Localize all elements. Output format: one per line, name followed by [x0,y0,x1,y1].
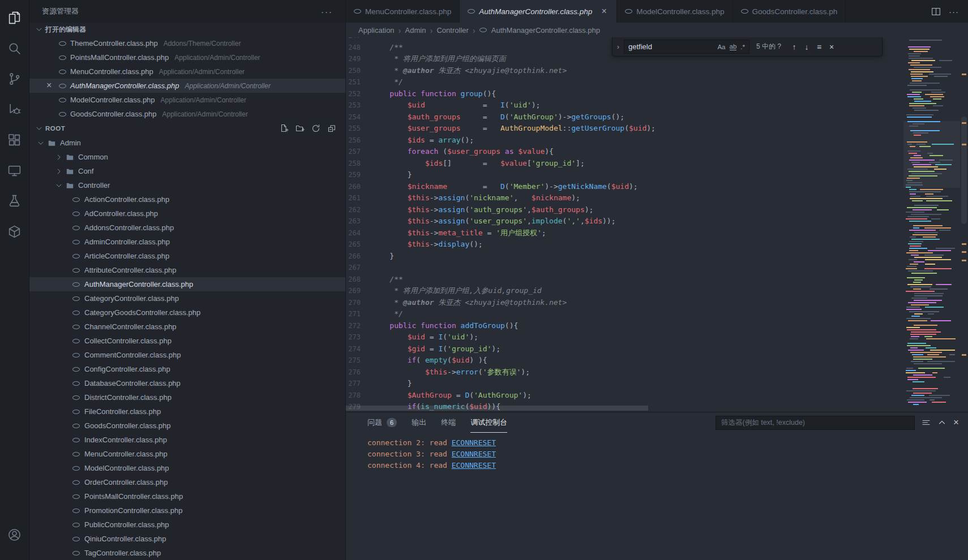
panel-tab[interactable]: 问题6 [367,412,397,433]
account-icon[interactable] [2,522,27,548]
run-debug-icon[interactable] [2,96,27,122]
code-line[interactable]: 276 $this->error('参数有误'); [346,367,903,378]
code-line[interactable]: 274 $gid = I('group_id'); [346,343,903,355]
close-icon[interactable]: × [46,79,52,93]
code-line[interactable]: 253 $uid = I('uid'); [346,100,903,111]
code-line[interactable]: 260 $nickname = D('Member')->getNickName… [346,181,903,193]
breadcrumb-item[interactable]: Admin [405,26,426,35]
open-editor-item[interactable]: PointsMallController.class.phpApplicatio… [29,50,345,64]
code-line[interactable]: 258 $ids[] = $value['group_id']; [346,158,903,170]
open-editor-item[interactable]: GoodsController.class.phpApplication/Adm… [29,107,345,121]
tree-item[interactable]: CommentController.class.php [29,348,345,362]
code-line[interactable]: 257 foreach ($user_groups as $value){ [346,146,903,158]
console-filter-input[interactable] [716,416,915,430]
code-line[interactable]: 269 * 将用户添加到用户组,入参uid,group_id [346,285,903,297]
code-line[interactable]: 271 */ [346,308,903,320]
tree-item[interactable]: IndexController.class.php [29,433,345,447]
split-editor-icon[interactable] [931,7,941,16]
panel-tab[interactable]: 调试控制台 [470,412,507,433]
editor-tab[interactable]: AuthManagerController.class.php× [460,0,617,23]
tree-item[interactable]: ArticleController.class.php [29,249,345,263]
code-line[interactable]: 277 } [346,378,903,390]
tree-item[interactable]: Controller [29,178,345,192]
collapse-all-icon[interactable] [327,124,336,133]
open-editor-item[interactable]: ×AuthManagerController.class.phpApplicat… [29,79,345,93]
tree-item[interactable]: AttributeController.class.php [29,263,345,277]
testing-icon[interactable] [2,188,27,214]
regex-icon[interactable]: .* [740,44,745,50]
panel-tab[interactable]: 输出 [412,412,426,433]
open-editor-item[interactable]: ThemeController.class.phpAddons/Theme/Co… [29,36,345,50]
code-line[interactable]: 272 public function addToGroup(){ [346,320,903,332]
tree-item[interactable]: PublicController.class.php [29,518,345,532]
code-line[interactable]: 275 if( empty($uid) ){ [346,355,903,367]
refresh-icon[interactable] [311,124,320,133]
horizontal-scrollbar[interactable] [346,406,648,411]
minimap[interactable] [903,37,960,412]
breadcrumb-item[interactable]: Application [358,26,395,35]
code-line[interactable]: 255 $user_groups = AuthGroupModel::getUs… [346,123,903,135]
code-line[interactable]: 266 } [346,251,903,262]
tree-item[interactable]: GoodsController.class.php [29,419,345,433]
editor-tab[interactable]: GoodsController.class.ph [733,0,846,23]
toggle-replace-icon[interactable]: › [613,37,624,56]
more-actions-icon[interactable]: ··· [949,7,959,16]
close-panel-icon[interactable]: × [953,417,959,428]
tree-item[interactable]: OrderController.class.php [29,475,345,489]
code-line[interactable]: 264 $this->meta_title = '用户组授权'; [346,227,903,239]
tree-item[interactable]: ModelController.class.php [29,461,345,475]
tree-item[interactable]: Admin [29,136,345,150]
tree-item[interactable]: AdController.class.php [29,206,345,221]
breadcrumb-item[interactable]: AuthManagerController.class.php [491,26,600,35]
code-line[interactable]: 250 * @author 朱亚杰 <zhuyajie@topthink.net… [346,65,903,77]
code-line[interactable]: 270 * @author 朱亚杰 <zhuyajie@topthink.net… [346,297,903,309]
vertical-scrollbar[interactable] [961,117,967,224]
new-folder-icon[interactable] [295,124,305,133]
tree-item[interactable]: ActionController.class.php [29,192,345,206]
editor-tab[interactable]: ModelController.class.php [617,0,733,23]
console-link[interactable]: ECONNRESET [452,438,496,447]
tree-item[interactable]: AuthManagerController.class.php [29,277,345,291]
code-line[interactable]: 265 $this->display(); [346,239,903,251]
open-editor-item[interactable]: ModelController.class.phpApplication/Adm… [29,93,345,107]
code-line[interactable]: 262 $this->assign('auth_groups',$auth_gr… [346,204,903,216]
code-line[interactable]: 261 $this->assign('nickname', $nickname)… [346,192,903,204]
tree-item[interactable]: FileController.class.php [29,404,345,419]
code-line[interactable]: 256 $ids = array(); [346,135,903,147]
code-line[interactable]: 267 [346,262,903,274]
code-line[interactable]: 268 /** [346,274,903,286]
tree-item[interactable]: ConfigController.class.php [29,362,345,376]
code-line[interactable]: 263 $this->assign('user_groups',implode(… [346,216,903,227]
tree-item[interactable]: Conf [29,164,345,178]
code-line[interactable]: 278 $AuthGroup = D('AuthGroup'); [346,390,903,402]
package-icon[interactable] [2,218,27,244]
code-line[interactable]: 273 $uid = I('uid'); [346,331,903,343]
code-line[interactable]: 254 $auth_groups = D('AuthGroup')->getGr… [346,111,903,123]
remote-explorer-icon[interactable] [2,157,27,183]
sidebar-more-actions-icon[interactable]: ··· [321,7,333,16]
source-control-icon[interactable] [2,66,27,92]
close-find-icon[interactable]: × [825,42,838,51]
tree-item[interactable]: TagController.class.php [29,546,345,560]
tree-item[interactable]: PromotionController.class.php [29,503,345,518]
close-icon[interactable]: × [599,6,609,16]
tree-item[interactable]: QiniuController.class.php [29,532,345,546]
editor-tab[interactable]: MenuController.class.php [346,0,460,23]
code-line[interactable]: 259 } [346,169,903,181]
tree-item[interactable]: DistrictController.class.php [29,390,345,404]
overview-ruler[interactable] [960,37,968,412]
tree-item[interactable]: MenuController.class.php [29,447,345,461]
console-options-icon[interactable] [922,418,931,427]
console-link[interactable]: ECONNRESET [452,461,496,469]
tree-item[interactable]: AdminController.class.php [29,235,345,249]
new-file-icon[interactable] [280,124,289,133]
breadcrumb-item[interactable]: Controller [436,26,468,35]
explorer-icon[interactable] [2,5,27,31]
tree-item[interactable]: CategoryController.class.php [29,291,345,305]
match-case-icon[interactable]: Aa [717,44,725,50]
open-editor-item[interactable]: MenuController.class.phpApplication/Admi… [29,64,345,79]
whole-word-icon[interactable]: ab [730,43,737,50]
root-section-header[interactable]: ROOT [29,121,345,136]
next-match-icon[interactable]: ↓ [800,42,813,51]
code-line[interactable]: 252 public function group(){ [346,88,903,100]
